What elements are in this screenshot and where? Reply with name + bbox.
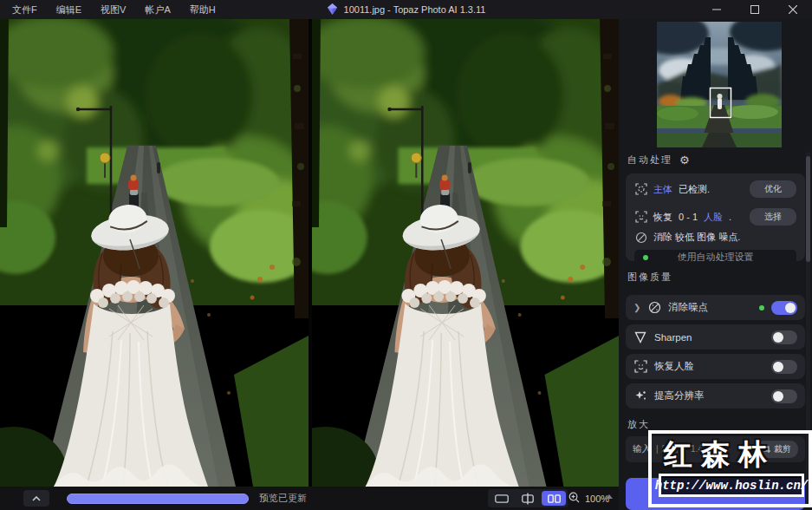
- subject-label: 主体: [653, 183, 672, 196]
- enlarge-header-label: 放大: [627, 418, 650, 431]
- subject-status: 已检测.: [679, 183, 710, 196]
- view-mode-group: [488, 489, 568, 507]
- after-preview[interactable]: [312, 19, 619, 487]
- quality-header: 图像质量: [627, 271, 672, 284]
- denoise-toggle-row[interactable]: ❯ 消除噪点: [626, 295, 805, 320]
- chevron-right-icon[interactable]: ❯: [633, 303, 640, 312]
- sharpen-switch[interactable]: [771, 330, 797, 344]
- zoom-in-icon[interactable]: [568, 491, 580, 507]
- noise-text: 消除 较低 图像 噪点.: [653, 231, 740, 244]
- recover-faces-icon: [633, 360, 647, 374]
- enlarge-header: 放大: [627, 418, 650, 431]
- recover-faces-label: 恢复人脸: [654, 360, 694, 373]
- optimize-button[interactable]: 优化: [750, 180, 796, 198]
- before-preview[interactable]: [0, 19, 309, 487]
- app-logo-gem-icon: [327, 3, 338, 16]
- sharpen-toggle-row[interactable]: Sharpen: [626, 324, 805, 350]
- autopilot-header: 自动处理 ⚙: [627, 154, 692, 167]
- split-view-button[interactable]: [516, 491, 540, 506]
- status-bar: 预览已更新 100%: [0, 487, 619, 510]
- close-button[interactable]: [774, 0, 812, 19]
- upscale-toggle-row[interactable]: 提高分辨率: [626, 383, 805, 409]
- face-detect-icon: [634, 211, 647, 224]
- upscale-label: 提高分辨率: [654, 389, 705, 402]
- denoise-label: 消除噪点: [668, 301, 708, 314]
- menu-edit[interactable]: 编辑E: [56, 3, 81, 16]
- subject-detect-icon: [634, 183, 647, 196]
- progress-status: 预览已更新: [259, 492, 307, 505]
- upscale-switch[interactable]: [771, 389, 797, 403]
- single-view-icon: [495, 494, 509, 503]
- recover-faces-switch[interactable]: [771, 360, 797, 374]
- autopilot-card: 主体 已检测. 优化 恢复 0 - 1 人脸 . 选择: [626, 173, 805, 261]
- sharpen-label: Sharpen: [654, 332, 692, 343]
- denoise-autopilot-dot: [759, 305, 764, 311]
- autopilot-status-dot: [643, 255, 648, 260]
- denoise-switch[interactable]: [771, 301, 797, 315]
- menu-account[interactable]: 帐户A: [145, 3, 170, 16]
- side-by-side-view-button[interactable]: [542, 491, 566, 506]
- noise-row: 消除 较低 图像 噪点.: [634, 231, 796, 244]
- zoom-controls: 100%: [568, 487, 609, 510]
- apply-autopilot-button[interactable]: 使用自动处理设置: [634, 250, 796, 265]
- save-image-button[interactable]: [626, 478, 805, 510]
- enlarge-input-info: | 原图 - ~1.4: [656, 443, 703, 455]
- menu-help[interactable]: 帮助H: [190, 3, 216, 16]
- restore-range: 0 - 1: [679, 212, 698, 222]
- crop-button-label: 裁剪: [774, 443, 791, 455]
- title-bar: 文件F 编辑E 视图V 帐户A 帮助H 10011.jpg - Topaz Ph…: [0, 0, 812, 19]
- progress-bar: [67, 494, 249, 504]
- preview-area: [0, 19, 619, 487]
- split-view-icon: [521, 493, 535, 505]
- chevron-up-icon: [32, 496, 41, 501]
- enlarge-input-label: 输入: [633, 443, 651, 455]
- denoise-icon: [647, 301, 661, 315]
- menu-file[interactable]: 文件F: [12, 3, 37, 16]
- window-title: 10011.jpg - Topaz Photo AI 1.3.11: [344, 4, 486, 15]
- maximize-button[interactable]: [736, 0, 774, 19]
- side-by-side-icon: [548, 494, 561, 503]
- faces-row: 恢复 0 - 1 人脸 . 选择: [634, 208, 796, 226]
- noise-detect-icon: [634, 231, 647, 244]
- zoom-caret-up-icon[interactable]: [606, 494, 613, 499]
- crop-icon: [763, 445, 770, 454]
- quality-header-label: 图像质量: [627, 271, 672, 284]
- subject-row: 主体 已检测. 优化: [634, 180, 796, 198]
- autopilot-header-label: 自动处理: [627, 154, 672, 167]
- topaz-photo-ai-window: 文件F 编辑E 视图V 帐户A 帮助H 10011.jpg - Topaz Ph…: [0, 0, 812, 510]
- enlarge-input-row[interactable]: 输入 | 原图 - ~1.4 裁剪: [626, 436, 805, 462]
- apply-autopilot-label: 使用自动处理设置: [678, 251, 754, 264]
- recover-faces-toggle-row[interactable]: 恢复人脸: [626, 354, 805, 379]
- menu-bar: 文件F 编辑E 视图V 帐户A 帮助H: [0, 3, 216, 16]
- expand-panel-button[interactable]: [23, 490, 49, 507]
- right-sidebar: 自动处理 ⚙ 主体 已检测. 优化 恢复 0 - 1: [619, 19, 812, 510]
- navigator-thumbnail[interactable]: [657, 22, 782, 147]
- menu-view[interactable]: 视图V: [101, 3, 126, 16]
- crop-button[interactable]: 裁剪: [756, 441, 798, 458]
- faces-label: 人脸: [704, 211, 723, 224]
- autopilot-settings-gear-icon[interactable]: ⚙: [679, 154, 692, 166]
- minimize-button[interactable]: [698, 0, 736, 19]
- sidebar-scrollbar[interactable]: [806, 152, 810, 507]
- scrollbar-thumb[interactable]: [806, 156, 810, 262]
- restore-prefix: 恢复: [653, 211, 672, 224]
- single-view-button[interactable]: [490, 491, 514, 506]
- resolution-sparkle-icon: [633, 389, 647, 403]
- sharpen-icon: [633, 330, 647, 344]
- select-faces-button[interactable]: 选择: [750, 208, 796, 226]
- faces-suffix: .: [729, 212, 731, 222]
